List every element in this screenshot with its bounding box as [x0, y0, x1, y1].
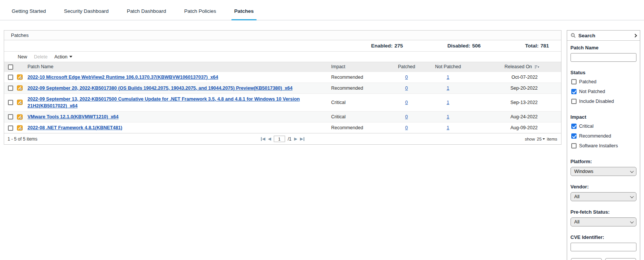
patch-name-link[interactable]: 2022-09 September 20, 2022-KB5017380 (OS…: [28, 86, 292, 91]
caret-down-icon: [543, 138, 545, 140]
patch-name-link[interactable]: 2022-10 Microsoft Edge WebView2 Runtime …: [28, 75, 218, 80]
checkbox-label: Software Installers: [579, 143, 618, 148]
chevron-down-icon: [630, 169, 634, 173]
checkbox[interactable]: [571, 133, 577, 139]
checkbox-label: Patched: [579, 79, 597, 84]
col-impact[interactable]: Impact: [331, 62, 388, 72]
total-value: 781: [540, 43, 549, 49]
search-button[interactable]: Search: [571, 258, 602, 260]
not-patched-count-link[interactable]: 1: [447, 75, 449, 80]
patches-panel: Patches Enabled: 275 Disabled: 506 Total…: [4, 30, 561, 145]
not-patched-count-link[interactable]: 1: [447, 125, 449, 130]
row-checkbox[interactable]: [8, 114, 13, 119]
patched-count-link[interactable]: 0: [405, 75, 408, 80]
impact-cell: Recommended: [331, 125, 363, 130]
vendor-selected-value: All: [574, 194, 580, 199]
patch-name-link[interactable]: 2022-08 .NET Framework 4.8.1(KBNET481): [28, 125, 122, 130]
checkbox[interactable]: [571, 143, 577, 148]
impact-option-recommended[interactable]: Recommended: [571, 133, 636, 139]
patched-count-link[interactable]: 0: [405, 125, 408, 130]
patched-count-link[interactable]: 0: [405, 100, 408, 105]
impact-option-software-installers[interactable]: Software Installers: [571, 143, 636, 148]
col-patch-name[interactable]: Patch Name: [28, 62, 331, 72]
patch-icon: [17, 125, 23, 131]
vendor-select[interactable]: All: [571, 192, 636, 201]
checkbox-label: Critical: [579, 124, 594, 129]
action-dropdown[interactable]: Action: [54, 54, 72, 60]
chevron-right-icon[interactable]: [633, 34, 637, 37]
row-checkbox[interactable]: [8, 125, 13, 131]
impact-option-critical[interactable]: Critical: [571, 124, 636, 129]
impact-heading: Impact: [571, 114, 636, 120]
prefetch-status-select[interactable]: All: [571, 217, 636, 226]
disabled-stat: Disabled: 506: [447, 43, 480, 49]
table-row: 2022-09 September 20, 2022-KB5017380 (OS…: [4, 83, 561, 93]
checkbox[interactable]: [571, 79, 577, 84]
delete-button[interactable]: Delete: [34, 54, 47, 60]
not-patched-count-link[interactable]: 1: [447, 86, 449, 91]
table-header-row: Patch Name Impact Patched Not Patched Re…: [4, 62, 561, 72]
patch-icon: [17, 85, 23, 91]
tab-patch-policies[interactable]: Patch Policies: [183, 8, 218, 20]
search-panel-title: Search: [578, 33, 631, 38]
platform-select[interactable]: Windows: [571, 167, 636, 176]
caret-down-icon: [69, 56, 72, 58]
total-stat: Total: 781: [525, 43, 549, 49]
tab-patch-dashboard[interactable]: Patch Dashboard: [125, 8, 167, 20]
show-label: show: [525, 137, 535, 141]
row-checkbox[interactable]: [8, 75, 13, 80]
select-all-checkbox[interactable]: [8, 64, 13, 70]
row-checkbox[interactable]: [8, 86, 13, 91]
tab-getting-started[interactable]: Getting Started: [10, 8, 47, 20]
new-button[interactable]: New: [18, 54, 27, 60]
disabled-value: 506: [472, 43, 481, 49]
page-count: /1: [288, 136, 291, 142]
tab-patches[interactable]: Patches: [233, 8, 255, 20]
released-on-cell: Aug-24-2022: [511, 114, 538, 119]
released-on-cell: Sep-13-2022: [511, 100, 538, 105]
patch-name-label: Patch Name: [571, 45, 636, 50]
released-on-label: Released On: [505, 64, 532, 69]
tab-security-dashboard[interactable]: Security Dashboard: [63, 8, 110, 20]
col-released-on[interactable]: Released On: [471, 62, 561, 72]
not-patched-count-link[interactable]: 1: [447, 114, 449, 119]
col-not-patched[interactable]: Not Patched: [425, 62, 471, 72]
patched-count-link[interactable]: 0: [405, 114, 408, 119]
last-page-button[interactable]: ▶: [300, 136, 304, 141]
page-size-dropdown[interactable]: 25: [537, 137, 545, 141]
next-page-button[interactable]: ▶: [294, 136, 297, 141]
patch-name-input[interactable]: [571, 53, 636, 62]
sort-icon[interactable]: [534, 65, 539, 69]
status-option-include-disabled[interactable]: Include Disabled: [571, 99, 636, 104]
patched-count-link[interactable]: 0: [405, 86, 408, 91]
released-on-cell: Sep-20-2022: [511, 86, 538, 91]
disabled-label: Disabled:: [447, 43, 470, 49]
row-checkbox[interactable]: [8, 100, 13, 105]
page-number-input[interactable]: [274, 136, 285, 142]
checkbox[interactable]: [571, 99, 577, 104]
enabled-label: Enabled:: [371, 43, 393, 49]
not-patched-count-link[interactable]: 1: [447, 100, 449, 105]
checkbox[interactable]: [571, 124, 577, 129]
col-patched[interactable]: Patched: [388, 62, 425, 72]
cve-identifier-input[interactable]: [571, 243, 636, 251]
patch-icon: [17, 114, 23, 120]
prev-page-button[interactable]: ◀: [268, 136, 271, 141]
checkbox-label: Recommended: [579, 133, 611, 139]
items-label: items: [547, 137, 557, 141]
status-option-not-patched[interactable]: Not Patched: [571, 89, 636, 94]
chevron-down-icon: [630, 220, 634, 223]
search-sidebar: Search Patch Name Status Patched Not Pat…: [567, 30, 640, 260]
released-on-cell: Oct-07-2022: [511, 75, 537, 80]
status-option-patched[interactable]: Patched: [571, 79, 636, 84]
table-row: VMware Tools 12.1.0(KBVMWT1210)_x64 Crit…: [4, 112, 561, 122]
patch-name-link[interactable]: 2022-09 September 13, 2022-KB5017500 Cum…: [28, 96, 300, 109]
cve-identifier-label: CVE Identifier:: [571, 234, 636, 240]
page-size-value: 25: [537, 137, 542, 141]
patch-name-link[interactable]: VMware Tools 12.1.0(KBVMWT1210)_x64: [28, 114, 119, 119]
checkbox[interactable]: [571, 89, 577, 94]
first-page-button[interactable]: ◀: [261, 136, 265, 141]
reset-button[interactable]: Reset: [605, 258, 636, 260]
impact-cell: Recommended: [331, 86, 363, 91]
table-row: 2022-09 September 13, 2022-KB5017500 Cum…: [4, 93, 561, 111]
